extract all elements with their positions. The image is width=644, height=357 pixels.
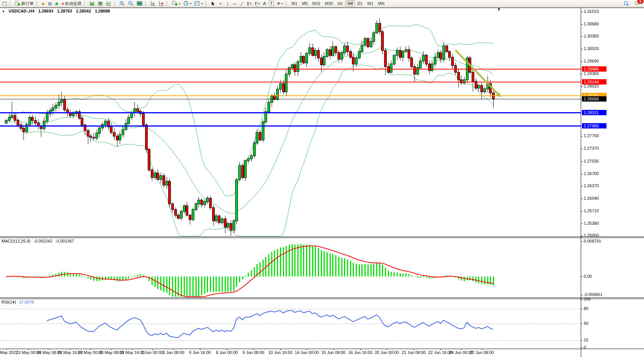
fibonacci-sub-label: F <box>258 2 260 5</box>
data-window-button[interactable]: ▦ <box>46 0 53 7</box>
crosshair-icon: ＋ <box>218 1 222 6</box>
label-tool-icon: T <box>269 0 274 6</box>
shapes-button[interactable]: ✚▾ <box>275 0 284 7</box>
indicators-button[interactable]: ▾ <box>170 0 182 7</box>
vline-button[interactable]: ｜ <box>224 0 231 7</box>
timeframe-button-h4[interactable]: H4 <box>345 0 355 7</box>
dropdown-arrow-icon: ▾ <box>281 2 283 5</box>
auto-scroll-button[interactable] <box>149 0 157 7</box>
chart-line-button[interactable] <box>105 0 113 7</box>
price-axis-tick: 1.29360 <box>584 71 599 76</box>
fibonacci-button[interactable]: FF <box>253 0 262 7</box>
price-badge-support-level-2: 1.27980 <box>582 123 606 128</box>
time-axis-label: 27 Jun 08:00 <box>470 350 494 355</box>
timeframe-button-m15[interactable]: M15 <box>310 0 322 7</box>
main-toolbar: 新订单 ◆ ▦ ◉ ● 自动交易 ▾ ▾ ▾ <box>0 0 644 7</box>
price-axis-tick: 1.26040 <box>584 196 599 200</box>
trendline-button[interactable]: ／ <box>238 0 245 7</box>
timeframe-button-m5[interactable]: M5 <box>300 0 310 7</box>
templates-button[interactable]: ▾ <box>193 0 204 7</box>
rsi-axis-tick: 100 <box>584 297 591 301</box>
notifications-button[interactable]: 1 <box>633 0 642 7</box>
time-axis-label: 6 Jun 16:00 <box>189 350 211 355</box>
price-axis-tick: 1.29690 <box>584 59 599 63</box>
price-badge-resistance-level-1: 1.29485 <box>582 66 606 72</box>
periods-button[interactable]: ▾ <box>182 0 193 7</box>
search-button[interactable] <box>622 0 631 7</box>
new-order-button[interactable]: 新订单 <box>13 0 35 7</box>
text-button[interactable]: A <box>261 0 267 7</box>
autotrade-button[interactable]: ● 自动交易 <box>60 0 83 7</box>
time-axis-label: 9 Jun 08:00 <box>242 350 264 355</box>
chart-shift-icon <box>159 1 164 6</box>
timeframe-button-mn[interactable]: MN <box>376 0 387 7</box>
macd-axis-tick: 0.00 <box>584 274 592 279</box>
text-tool-icon: A <box>263 1 266 6</box>
price-axis-tick: 1.26700 <box>584 171 599 176</box>
time-axis-label: 10 Jun 16:00 <box>268 350 292 355</box>
zoom-out-button[interactable] <box>127 0 135 7</box>
timeframe-button-m30[interactable]: M30 <box>323 0 335 7</box>
rsi-indicator-label: RSI(14) 37.6076 <box>2 300 34 304</box>
autotrade-label: 自动交易 <box>65 1 81 6</box>
market-watch-button[interactable]: ◆ <box>40 0 46 7</box>
window-menu-button[interactable] <box>1 0 8 7</box>
vertical-line-icon: ｜ <box>225 1 230 6</box>
auto-scroll-icon <box>150 1 156 6</box>
price-axis-tick: 1.25380 <box>584 221 599 225</box>
timeframe-button-h1[interactable]: H1 <box>335 0 345 7</box>
rsi-axis-tick: 15 <box>584 338 588 342</box>
navigator-icon: ◉ <box>55 1 59 6</box>
chart-candles-button[interactable] <box>96 0 105 7</box>
navigator-button[interactable]: ◉ <box>53 0 60 7</box>
time-axis-label: 20 Jun 00:00 <box>375 350 399 355</box>
price-axis-tick: 1.30350 <box>584 34 599 38</box>
price-axis-tick: 1.27370 <box>584 146 599 150</box>
timeframe-button-w1[interactable]: W1 <box>365 0 376 7</box>
autotrade-icon: ● <box>61 1 64 6</box>
time-axis-label: 14 Jun 00:00 <box>295 350 319 355</box>
price-close: 1.28688 <box>95 9 110 13</box>
hline-button[interactable]: — <box>231 0 238 7</box>
channel-sub-label: E <box>250 2 252 5</box>
data-window-icon: ▦ <box>48 1 52 6</box>
cursor-button[interactable] <box>209 0 217 7</box>
price-axis-tick: 1.30020 <box>584 46 599 51</box>
chart-shift-button[interactable] <box>157 0 166 7</box>
zoom-in-button[interactable] <box>118 0 127 7</box>
chart-canvas[interactable] <box>0 0 644 357</box>
channel-button[interactable]: ∥E <box>245 0 253 7</box>
label-button[interactable]: T <box>267 0 275 7</box>
tile-windows-button[interactable] <box>135 0 144 7</box>
time-axis-label: 21 Jun 08:00 <box>402 350 426 355</box>
toolbar-grip <box>205 1 208 6</box>
timeframe-button-m1[interactable]: M1 <box>289 0 300 7</box>
rsi-axis-tick: 0 <box>584 345 586 349</box>
macd-value: -0.002242 <box>33 239 52 243</box>
rsi-value: 37.6076 <box>19 300 34 304</box>
notification-badge: 1 <box>637 0 644 4</box>
chart-shift-marker-icon[interactable]: ▼ <box>497 8 501 11</box>
chart-menu-arrow-icon[interactable]: ▼ <box>2 10 5 13</box>
price-axis-tick: 1.25710 <box>584 208 599 213</box>
dropdown-arrow-icon: ▾ <box>190 2 191 5</box>
price-axis-tick: 1.26370 <box>584 183 599 188</box>
search-icon <box>624 1 629 6</box>
time-axis-label: 8 Jun 00:00 <box>216 350 238 355</box>
horizontal-line-icon: — <box>233 1 237 6</box>
toolbar-grip <box>167 1 169 6</box>
macd-indicator-label: MACD(12,26,9) -0.002242 -0.001367 <box>2 239 74 243</box>
time-axis-label: 19 May 2022 <box>0 350 18 355</box>
toolbar-right-group: 1 <box>622 0 643 7</box>
timeframe-button-d1[interactable]: D1 <box>355 0 365 7</box>
price-open: 1.28693 <box>38 9 53 13</box>
templates-icon <box>194 1 200 6</box>
crosshair-button[interactable]: ＋ <box>217 0 224 7</box>
candlestick-chart-icon <box>98 1 103 6</box>
chart-bars-button[interactable] <box>88 0 96 7</box>
rsi-label: RSI(14) <box>2 300 16 304</box>
rsi-axis-tick: 80 <box>584 306 588 311</box>
zoom-out-icon <box>128 1 134 6</box>
toolbar-grip <box>145 1 147 6</box>
macd-axis-tick: -0.004601 <box>584 292 603 297</box>
